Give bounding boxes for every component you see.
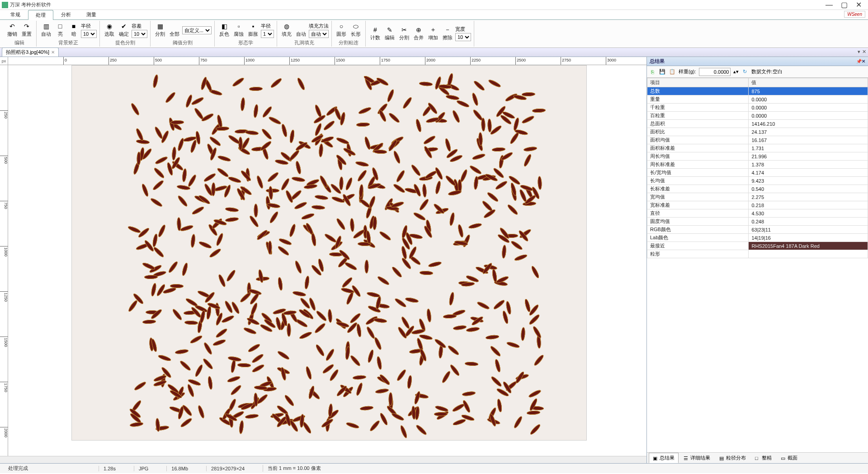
- ribbon-btn-5-0[interactable]: ◍填充: [280, 22, 293, 38]
- menu-tab-1[interactable]: 处理: [28, 10, 53, 20]
- result-row[interactable]: 总面积14146.210: [647, 120, 868, 128]
- col-header-value[interactable]: 值: [749, 78, 868, 87]
- result-row[interactable]: 宽标准差0.218: [647, 201, 868, 209]
- sample-weight-input[interactable]: [699, 68, 731, 76]
- ruler-h-tick: 1750: [380, 57, 390, 65]
- ribbon-btn-0-0[interactable]: ↶撤销: [5, 22, 19, 38]
- result-row[interactable]: 总数875: [647, 87, 868, 95]
- ribbon-btn-1-0[interactable]: ▥自动: [39, 22, 53, 38]
- menu-tab-2[interactable]: 分析: [53, 9, 79, 19]
- image-canvas[interactable]: [8, 65, 646, 456]
- seed-marker: [221, 314, 235, 324]
- seed-marker: [130, 102, 140, 116]
- ribbon-btn-7-4[interactable]: ＋增加: [426, 25, 440, 42]
- result-row[interactable]: RGB颜色63|23|11: [647, 226, 868, 234]
- col-header-item[interactable]: 项目: [647, 78, 749, 87]
- results-tab-0[interactable]: ▣总结果: [649, 453, 679, 463]
- ribbon-btn-2-1[interactable]: ✔确定: [117, 22, 131, 38]
- ribbon-btn-5-1[interactable]: 自动: [294, 22, 308, 38]
- pin-icon[interactable]: 📌: [856, 59, 862, 64]
- clipboard-icon[interactable]: 📋: [669, 68, 676, 76]
- ribbon-btn-1-1[interactable]: □亮: [54, 22, 66, 38]
- ribbon-icon: □: [57, 23, 64, 30]
- seed-marker: [469, 164, 482, 175]
- ribbon-param-select[interactable]: 10: [81, 30, 97, 38]
- panel-close-icon[interactable]: ✕: [862, 59, 865, 64]
- seed-marker: [315, 343, 326, 357]
- menu-tab-3[interactable]: 测量: [79, 9, 104, 19]
- ribbon-btn-7-3[interactable]: ⊕合并: [412, 25, 425, 42]
- ribbon-btn-7-0[interactable]: #计数: [368, 25, 382, 42]
- ribbon-btn-7-1[interactable]: ✎编辑: [383, 25, 396, 42]
- ribbon-group-label: 形态学: [217, 39, 274, 47]
- result-row[interactable]: 粒形: [647, 250, 868, 258]
- ribbon-btn-4-0[interactable]: ◧反色: [217, 22, 231, 38]
- result-value: 9.423: [749, 177, 868, 185]
- seed-marker: [506, 341, 520, 349]
- result-row[interactable]: 周长均值21.996: [647, 152, 868, 161]
- result-row[interactable]: 圆度均值0.248: [647, 218, 868, 226]
- ribbon-icon: －: [444, 26, 451, 33]
- spinner-icon[interactable]: ▴▾: [733, 69, 739, 75]
- result-row[interactable]: 重量0.0000: [647, 95, 868, 104]
- seed-marker: [294, 201, 308, 210]
- ribbon-param-select[interactable]: 10: [455, 33, 471, 41]
- result-row[interactable]: 百粒重0.0000: [647, 112, 868, 120]
- ribbon-btn-0-1[interactable]: ↷重置: [20, 22, 33, 38]
- ribbon-btn-6-0[interactable]: ○圆形: [335, 22, 348, 38]
- results-tab-1[interactable]: ☰详细结果: [679, 453, 714, 463]
- ribbon-btn-3-0[interactable]: ▦分割: [153, 22, 167, 38]
- result-row[interactable]: 长均值9.423: [647, 177, 868, 185]
- result-row[interactable]: 最接近RHS2015Fan4 187A Dark Red: [647, 242, 868, 250]
- result-row[interactable]: 面积均值16.167: [647, 136, 868, 144]
- document-tab[interactable]: 拍照稻谷3.jpg[40%] ✕: [2, 47, 59, 57]
- tab-close-all-icon[interactable]: ✕: [862, 49, 866, 55]
- ribbon-param-select[interactable]: 自定义...: [182, 26, 212, 34]
- results-tab-2[interactable]: ▤粒径分布: [715, 453, 750, 463]
- seed-marker: [412, 211, 426, 222]
- result-row[interactable]: 长标准差0.540: [647, 185, 868, 193]
- ribbon-param-select[interactable]: 10: [132, 30, 147, 38]
- maximize-button[interactable]: ▢: [841, 2, 848, 8]
- ribbon-btn-4-2[interactable]: ▪膨胀: [246, 22, 260, 38]
- ribbon-group-4: ◧反色▫腐蚀▪膨胀半径1形态学: [215, 21, 277, 47]
- menu-tab-0[interactable]: 常规: [3, 9, 28, 19]
- export-icon[interactable]: ⎘: [649, 68, 656, 76]
- close-tab-icon[interactable]: ✕: [51, 50, 55, 55]
- ribbon-btn-2-0[interactable]: ◉选取: [103, 22, 116, 38]
- ribbon-btn-6-1[interactable]: ⬭长形: [349, 22, 363, 38]
- ribbon-param-select[interactable]: 自动: [309, 30, 329, 38]
- result-row[interactable]: 宽均值2.275: [647, 193, 868, 201]
- seed-marker: [231, 77, 245, 88]
- ribbon-icon: ⬭: [352, 23, 359, 30]
- ribbon-btn-7-5[interactable]: －擦除: [441, 25, 454, 42]
- ribbon-icon: ▪: [250, 23, 257, 30]
- minimize-button[interactable]: —: [826, 2, 833, 8]
- ribbon-btn-1-2[interactable]: ■暗: [67, 22, 80, 38]
- tab-dropdown-icon[interactable]: ▾: [858, 49, 860, 55]
- result-row[interactable]: 直径4.530: [647, 209, 868, 218]
- seed-marker: [267, 171, 280, 183]
- result-value: 0.0000: [749, 104, 868, 112]
- seed-marker: [240, 97, 245, 111]
- ribbon-param-select[interactable]: 1: [261, 30, 274, 38]
- result-row[interactable]: 面积标准差1.731: [647, 144, 868, 152]
- save-icon[interactable]: 💾: [659, 68, 666, 76]
- results-tab-3[interactable]: □整精: [751, 453, 776, 463]
- seed-marker: [345, 291, 354, 305]
- ribbon-btn-4-1[interactable]: ▫腐蚀: [232, 22, 245, 38]
- result-row[interactable]: 周长标准差1.378: [647, 161, 868, 169]
- result-row[interactable]: 面积比24.137: [647, 128, 868, 136]
- ribbon-btn-7-2[interactable]: ✂分割: [397, 25, 411, 42]
- result-row[interactable]: 千粒重0.0000: [647, 104, 868, 112]
- ribbon-btn-3-1[interactable]: 全部: [168, 22, 181, 38]
- result-row[interactable]: 长/宽均值4.174: [647, 169, 868, 177]
- result-row[interactable]: Lab颜色14|19|16: [647, 234, 868, 242]
- horizontal-scrollbar[interactable]: [0, 456, 646, 463]
- seed-marker: [507, 204, 519, 216]
- refresh-icon[interactable]: ↻: [741, 68, 749, 76]
- seed-marker: [527, 411, 541, 416]
- seed-marker: [187, 174, 198, 187]
- results-tab-4[interactable]: ▭截面: [777, 453, 802, 463]
- close-button[interactable]: ✕: [856, 2, 862, 8]
